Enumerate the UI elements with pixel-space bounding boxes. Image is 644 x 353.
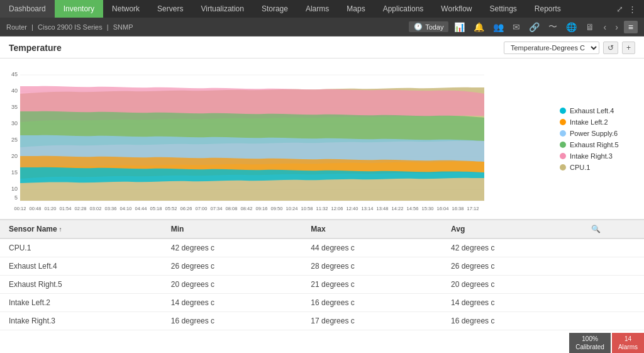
cell-empty-2 bbox=[582, 276, 644, 294]
svg-text:45: 45 bbox=[11, 71, 18, 77]
legend-label-intake-left: Intake Left.2 bbox=[570, 118, 608, 126]
add-button[interactable]: + bbox=[622, 42, 635, 54]
nav-applications[interactable]: Applications bbox=[374, 0, 433, 18]
prev-icon[interactable]: ‹ bbox=[600, 21, 609, 33]
chart-icon[interactable]: 📊 bbox=[451, 21, 468, 33]
expand-icon[interactable]: ⤢ bbox=[614, 4, 626, 14]
legend-dot-intake-right bbox=[560, 153, 566, 159]
users-icon[interactable]: 👥 bbox=[490, 21, 507, 33]
svg-text:09:50: 09:50 bbox=[271, 206, 283, 211]
svg-text:07:34: 07:34 bbox=[211, 206, 223, 211]
svg-text:35: 35 bbox=[11, 104, 18, 110]
col-search[interactable]: 🔍 bbox=[582, 220, 644, 238]
today-button[interactable]: 🕐 Today bbox=[409, 21, 448, 32]
cell-avg-1: 26 degrees c bbox=[442, 257, 582, 276]
svg-text:03:02: 03:02 bbox=[90, 206, 102, 211]
cell-min-3: 14 degrees c bbox=[162, 294, 303, 312]
globe-icon[interactable]: 🌐 bbox=[563, 21, 580, 33]
svg-text:09:16: 09:16 bbox=[256, 206, 268, 211]
svg-text:12:06: 12:06 bbox=[331, 206, 343, 211]
breadcrumb-router: Router bbox=[6, 23, 27, 31]
svg-text:13:48: 13:48 bbox=[377, 206, 389, 211]
col-min: Min bbox=[162, 220, 303, 238]
svg-text:02:28: 02:28 bbox=[75, 206, 87, 211]
alarms-count: 14 bbox=[618, 335, 638, 343]
svg-text:13:14: 13:14 bbox=[362, 206, 374, 211]
svg-text:05:18: 05:18 bbox=[150, 206, 162, 211]
cell-sensor-1: Exhaust Left.4 bbox=[0, 257, 162, 276]
svg-text:16:38: 16:38 bbox=[452, 206, 464, 211]
nav-alarms[interactable]: Alarms bbox=[297, 0, 338, 18]
svg-text:10:24: 10:24 bbox=[286, 206, 298, 211]
cell-max-1: 28 degrees c bbox=[302, 257, 442, 276]
table-header-row: Sensor Name Min Max Avg 🔍 bbox=[0, 220, 644, 238]
svg-text:04:44: 04:44 bbox=[135, 206, 147, 211]
dots-icon[interactable]: ⋮ bbox=[626, 4, 639, 14]
cell-sensor-0: CPU.1 bbox=[0, 238, 162, 257]
bell-icon[interactable]: 🔔 bbox=[470, 21, 487, 33]
cell-empty-3 bbox=[582, 294, 644, 312]
svg-text:14:22: 14:22 bbox=[392, 206, 404, 211]
alarms-label: Alarms bbox=[618, 343, 638, 351]
svg-text:20: 20 bbox=[11, 153, 18, 159]
hamburger-button[interactable]: ≡ bbox=[624, 21, 638, 33]
refresh-button[interactable]: ↺ bbox=[603, 42, 618, 54]
nav-network[interactable]: Network bbox=[103, 0, 148, 18]
link-icon[interactable]: 🔗 bbox=[526, 21, 543, 33]
cell-sensor-4: Intake Right.3 bbox=[0, 312, 162, 330]
cell-min-0: 42 degrees c bbox=[162, 238, 303, 257]
monitor-icon[interactable]: 🖥 bbox=[582, 21, 597, 33]
nav-virtualization[interactable]: Virtualization bbox=[192, 0, 252, 18]
cell-sensor-3: Intake Left.2 bbox=[0, 294, 162, 312]
svg-text:40: 40 bbox=[11, 87, 18, 94]
svg-text:11:32: 11:32 bbox=[316, 206, 328, 211]
svg-text:25: 25 bbox=[11, 137, 18, 143]
legend-label-cpu: CPU.1 bbox=[570, 164, 590, 171]
cell-sensor-2: Exhaust Right.5 bbox=[0, 276, 162, 294]
svg-text:08:42: 08:42 bbox=[241, 206, 253, 211]
cell-min-2: 20 degrees c bbox=[162, 276, 303, 294]
svg-text:14:56: 14:56 bbox=[407, 206, 419, 211]
nav-reports[interactable]: Reports bbox=[526, 0, 570, 18]
nav-servers[interactable]: Servers bbox=[148, 0, 192, 18]
legend-label-exhaust-right: Exhaust Right.5 bbox=[570, 141, 619, 148]
svg-text:04:10: 04:10 bbox=[120, 206, 132, 211]
chart-legend: Exhaust Left.4 Intake Left.2 Power Suppl… bbox=[553, 62, 635, 215]
breadcrumb-device: Cisco 2900 IS Series bbox=[38, 23, 103, 31]
next-icon[interactable]: › bbox=[612, 21, 621, 33]
cell-avg-2: 20 degrees c bbox=[442, 276, 582, 294]
cell-max-4: 17 degrees c bbox=[302, 312, 442, 330]
legend-exhaust-right: Exhaust Right.5 bbox=[560, 141, 635, 148]
temperature-dropdown[interactable]: Temperature-Degrees C bbox=[504, 42, 599, 54]
nav-dashboard[interactable]: Dashboard bbox=[0, 0, 55, 18]
alarms-status[interactable]: 14 Alarms bbox=[612, 333, 644, 353]
chart-area: 45 40 35 30 25 20 15 10 5 bbox=[0, 59, 644, 219]
cell-max-0: 44 degrees c bbox=[302, 238, 442, 257]
envelope-icon[interactable]: ✉ bbox=[509, 21, 523, 33]
nav-inventory[interactable]: Inventory bbox=[55, 0, 103, 18]
nav-settings[interactable]: Settings bbox=[480, 0, 525, 18]
zoom-sublabel: Calibrated bbox=[575, 343, 604, 351]
legend-dot-intake-left bbox=[560, 119, 566, 125]
svg-text:06:26: 06:26 bbox=[180, 206, 192, 211]
legend-power-supply: Power Supply.6 bbox=[560, 130, 635, 137]
legend-label-power-supply: Power Supply.6 bbox=[570, 130, 618, 137]
cell-avg-3: 14 degrees c bbox=[442, 294, 582, 312]
svg-text:17:12: 17:12 bbox=[467, 206, 479, 211]
nav-maps[interactable]: Maps bbox=[338, 0, 374, 18]
cell-avg-0: 42 degrees c bbox=[442, 238, 582, 257]
legend-exhaust-left: Exhaust Left.4 bbox=[560, 107, 635, 115]
svg-text:01:54: 01:54 bbox=[60, 206, 72, 211]
legend-intake-left: Intake Left.2 bbox=[560, 118, 635, 126]
col-sensor-name[interactable]: Sensor Name bbox=[0, 220, 162, 238]
wave-icon[interactable]: 〜 bbox=[545, 20, 560, 34]
temperature-chart: 45 40 35 30 25 20 15 10 5 bbox=[6, 62, 497, 213]
nav-storage[interactable]: Storage bbox=[253, 0, 297, 18]
svg-text:00:48: 00:48 bbox=[30, 206, 42, 211]
col-max: Max bbox=[302, 220, 442, 238]
nav-workflow[interactable]: Workflow bbox=[432, 0, 480, 18]
breadcrumb-snmp: SNMP bbox=[113, 23, 133, 31]
legend-intake-right: Intake Right.3 bbox=[560, 152, 635, 160]
clock-icon: 🕐 bbox=[414, 23, 423, 31]
legend-dot-exhaust-right bbox=[560, 142, 566, 148]
